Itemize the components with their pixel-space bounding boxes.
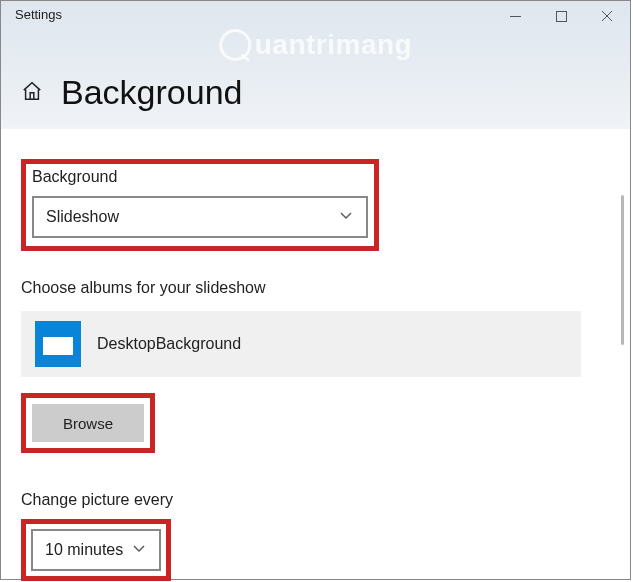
- album-folder-name: DesktopBackground: [97, 335, 241, 353]
- home-icon[interactable]: [21, 80, 43, 106]
- close-icon: [601, 10, 613, 22]
- albums-label: Choose albums for your slideshow: [21, 279, 610, 297]
- scrollbar[interactable]: [621, 195, 624, 345]
- close-button[interactable]: [584, 1, 630, 31]
- interval-label: Change picture every: [21, 491, 610, 509]
- title-bar: Settings: [1, 1, 630, 33]
- minimize-button[interactable]: [492, 1, 538, 31]
- album-folder-row[interactable]: DesktopBackground: [21, 311, 581, 377]
- folder-icon: [35, 321, 81, 367]
- maximize-icon: [556, 11, 567, 22]
- header-area: Settings uantrimang: [1, 1, 630, 129]
- maximize-button[interactable]: [538, 1, 584, 31]
- background-label: Background: [32, 168, 368, 186]
- svg-rect-1: [556, 11, 566, 21]
- browse-button[interactable]: Browse: [32, 404, 144, 442]
- chevron-down-icon: [131, 540, 147, 560]
- interval-dropdown[interactable]: 10 minutes: [31, 529, 161, 571]
- watermark-q-icon: [219, 29, 251, 61]
- watermark: uantrimang: [219, 29, 412, 61]
- background-section-highlight: Background Slideshow: [21, 159, 379, 251]
- page-header: Background: [21, 73, 242, 112]
- page-title: Background: [61, 73, 242, 112]
- background-dropdown-value: Slideshow: [46, 208, 119, 226]
- browse-highlight: Browse: [21, 393, 155, 453]
- window-controls: [492, 1, 630, 31]
- content-area: Background Slideshow Choose albums for y…: [1, 129, 630, 582]
- settings-window: Settings uantrimang: [0, 0, 631, 580]
- interval-dropdown-value: 10 minutes: [45, 541, 123, 559]
- app-title: Settings: [1, 1, 62, 22]
- background-dropdown[interactable]: Slideshow: [32, 196, 368, 238]
- watermark-text: uantrimang: [255, 29, 412, 61]
- interval-highlight: 10 minutes: [21, 519, 171, 581]
- chevron-down-icon: [338, 207, 354, 227]
- minimize-icon: [510, 11, 521, 22]
